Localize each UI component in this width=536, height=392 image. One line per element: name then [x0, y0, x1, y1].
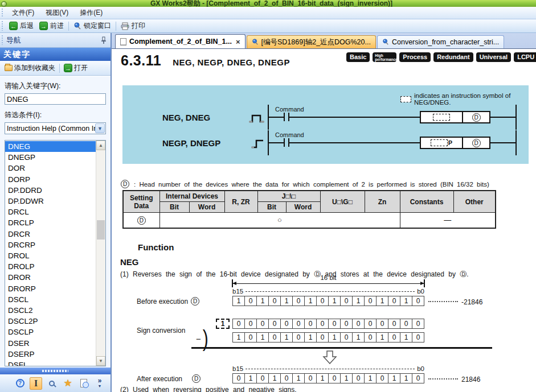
window-title: GX Works2帮助 - [Complement_of_2_of_BIN_16…	[7, 0, 536, 7]
tab-sd1869-dog[interactable]: [编号SD1869]轴2_近点DOG%20...	[247, 35, 376, 48]
cell-applicable: ○	[159, 213, 400, 228]
add-to-favorites-button[interactable]: 添加到收藏夹	[2, 62, 58, 74]
print-button[interactable]: 打印	[118, 20, 148, 32]
cpu-badge: Universal	[476, 52, 512, 62]
toolbar-overflow-button[interactable]: » ▼	[93, 377, 106, 390]
list-item-drolp[interactable]: DROLP	[5, 261, 96, 272]
close-icon[interactable]: ×	[236, 38, 240, 46]
list-item-dsclp[interactable]: DSCLP	[5, 327, 96, 337]
scrollbar-track[interactable]	[96, 150, 105, 356]
bit-cell: 1	[400, 332, 412, 343]
keyword-listbox: DNEGDNEGPDORDORPDP.DDRDDP.DDWRDRCLDRCLPD…	[5, 140, 106, 366]
scroll-down-icon[interactable]: ▼	[96, 356, 105, 366]
keyword-pane-button[interactable]: I	[30, 377, 42, 390]
scroll-up-icon[interactable]: ▲	[96, 141, 105, 150]
list-item-dp-ddwr[interactable]: DP.DDWR	[5, 196, 96, 207]
lock-window-label: 锁定窗口	[84, 21, 111, 31]
bit-cell: 0	[292, 319, 305, 329]
list-item-dser[interactable]: DSER	[5, 338, 96, 349]
title-bar: GX Works2帮助 - [Complement_of_2_of_BIN_16…	[0, 0, 536, 7]
chevron-down-icon[interactable]: ▼	[95, 123, 105, 133]
menu-view[interactable]: 视图(V)	[40, 7, 74, 19]
instruction-name: NEG, DNEG	[162, 113, 210, 122]
list-item-dneg[interactable]: DNEG	[5, 141, 96, 152]
search-pane-button[interactable]	[46, 377, 58, 390]
toolbar-gripper	[1, 21, 4, 30]
list-item-dnegp[interactable]: DNEGP	[5, 152, 96, 163]
bit-cell: 0	[412, 373, 424, 383]
after-value-row: 21846	[426, 376, 480, 383]
bit-cell: 0	[244, 332, 257, 343]
bit-cell: 0	[268, 332, 281, 343]
label-text: Before execution	[137, 298, 188, 306]
list-item-dor[interactable]: DOR	[5, 163, 96, 174]
bit-cell: 0	[340, 332, 353, 343]
favorites-pane-button[interactable]: ★	[62, 377, 74, 390]
bit-cell: 1	[328, 296, 341, 306]
chevron-right-icon: »	[98, 378, 102, 383]
app-icon	[1, 1, 7, 7]
list-item-dscl2p[interactable]: DSCL2P	[5, 316, 96, 327]
forward-button[interactable]: → 前进	[36, 20, 67, 32]
history-pane-button[interactable]	[77, 377, 90, 390]
filter-combobox[interactable]: Instruction Help (Common Ins ▼	[5, 122, 106, 134]
bit-cell: 0	[316, 296, 329, 306]
bit-cell: 1	[400, 296, 412, 306]
contents-help-button[interactable]: ?	[14, 377, 26, 390]
bit-cell: 1	[400, 373, 412, 383]
list-item-drcrp[interactable]: DRCRP	[5, 240, 96, 250]
pane-splitter[interactable]	[0, 368, 111, 374]
printer-icon	[121, 22, 129, 30]
bit-cell: 0	[316, 332, 329, 343]
instruction-symbol-placeholder	[431, 139, 448, 146]
star-icon: ★	[63, 377, 72, 389]
toolbar-separator	[68, 22, 69, 31]
col-constants: Constants	[400, 191, 453, 213]
list-item-drcl[interactable]: DRCL	[5, 207, 96, 217]
list-item-drclp[interactable]: DRCLP	[5, 217, 96, 228]
list-item-dscl2[interactable]: DSCL2	[5, 305, 96, 316]
bit-cell: 1	[388, 373, 400, 383]
forward-arrow-icon: →	[39, 22, 48, 30]
pulse-icon	[249, 114, 265, 123]
list-item-drol[interactable]: DROL	[5, 250, 96, 261]
list-item-dsfl[interactable]: DSFL	[5, 360, 96, 366]
list-item-drorp[interactable]: DRORP	[5, 283, 96, 294]
lock-window-button[interactable]: 锁定窗口	[71, 20, 114, 32]
bit-cell: 1	[340, 373, 353, 383]
pane-gripper	[1, 35, 4, 46]
col-word: Word	[189, 202, 224, 213]
bit-cell: 1	[328, 332, 341, 343]
tab-conversion-from-character[interactable]: Conversion_from_character_stri...	[377, 35, 504, 48]
list-item-dscl[interactable]: DSCL	[5, 294, 96, 305]
list-item-dror[interactable]: DROR	[5, 272, 96, 283]
bit-cell: 0	[328, 373, 341, 383]
nav-pane-title: 导航	[6, 35, 21, 46]
cpu-badge: High performance	[373, 52, 396, 62]
dotted-leader	[428, 378, 458, 379]
back-button[interactable]: ← 后退	[6, 20, 36, 32]
section-header: 6.3.11 NEG, NEGP, DNEG, DNEGP	[121, 52, 290, 69]
bit-index-row: b15b0	[232, 288, 424, 295]
scrollbar-thumb[interactable]	[97, 220, 105, 240]
list-item-dserp[interactable]: DSERP	[5, 349, 96, 360]
pin-icon[interactable]	[100, 36, 107, 44]
menu-operate[interactable]: 操作(E)	[74, 7, 108, 19]
list-item-drcr[interactable]: DRCR	[5, 229, 96, 240]
bit-cell: 1	[304, 332, 317, 343]
span-tick	[232, 279, 233, 287]
after-value: 21846	[461, 376, 480, 383]
list-scrollbar[interactable]: ▲ ▼	[96, 141, 105, 366]
list-item-dorp[interactable]: DORP	[5, 174, 96, 185]
open-button[interactable]: → 打开	[62, 62, 90, 74]
list-item-dp-ddrd[interactable]: DP.DDRD	[5, 185, 96, 196]
tab-complement-of-2[interactable]: Complement_of_2_of_BIN_1... ×	[115, 34, 246, 48]
bit-cell: 0	[292, 332, 305, 343]
bit-cell: 0	[340, 319, 353, 329]
keyword-input[interactable]	[5, 93, 106, 105]
col-j: J□\□	[257, 191, 320, 202]
history-icon	[80, 379, 87, 387]
menu-file[interactable]: 文件(F)	[6, 7, 40, 19]
bit-cell: 0	[388, 296, 400, 306]
section-number: 6.3.11	[121, 52, 161, 69]
